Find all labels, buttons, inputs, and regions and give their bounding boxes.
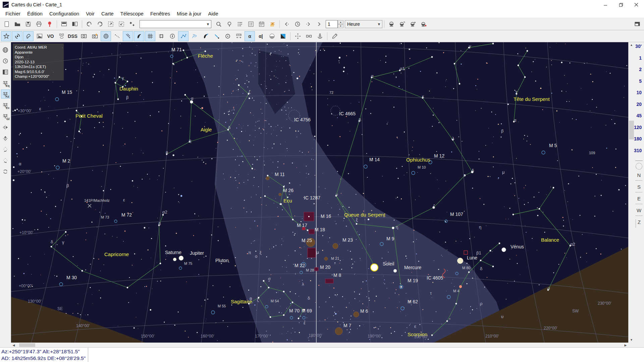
limit-magnitude-icon[interactable]: [127, 19, 137, 29]
direction-n[interactable]: N: [636, 172, 642, 181]
sidebar-coord-equatorial[interactable]: Eq: [1, 78, 10, 87]
mark-center-icon[interactable]: [101, 31, 111, 41]
constellation-lines-icon[interactable]: [178, 31, 189, 41]
menu-item-carte[interactable]: Carte: [98, 10, 117, 17]
show-labels-button[interactable]: α: [245, 31, 255, 41]
update-chart-icon[interactable]: [386, 19, 396, 29]
zoom-in-area-icon[interactable]: [116, 19, 126, 29]
menu-item-mise-jour[interactable]: Mise à jour: [173, 10, 205, 17]
fov-preset-1[interactable]: 1: [634, 55, 644, 67]
window-single-icon[interactable]: [59, 19, 69, 29]
object-search-combo[interactable]: ▼: [140, 20, 211, 28]
link-charts-icon[interactable]: [304, 31, 314, 41]
show-nebulae-icon[interactable]: [12, 31, 22, 41]
object-list-icon[interactable]: [235, 19, 245, 29]
show-meteors-icon[interactable]: [123, 31, 133, 41]
fov-preset-30-[interactable]: 30': [634, 44, 644, 55]
spin-up-icon[interactable]: ▲: [338, 20, 343, 24]
spin-down-icon[interactable]: ▼: [338, 24, 343, 28]
vertical-scrollbar[interactable]: ▲ ▼: [628, 42, 634, 343]
new-chart-icon[interactable]: [2, 19, 12, 29]
sidebar-rotate-right-icon[interactable]: [1, 145, 10, 154]
menu-item--dition[interactable]: Édition: [24, 10, 46, 17]
search-position-icon[interactable]: [224, 19, 234, 29]
menu-item-voir[interactable]: Voir: [83, 10, 98, 17]
scroll-down-icon[interactable]: ▼: [629, 337, 634, 343]
redo-icon[interactable]: [95, 19, 105, 29]
direction-e[interactable]: E: [636, 196, 642, 204]
dss-image-button[interactable]: DSS: [67, 31, 78, 41]
fov-preset-20[interactable]: 20: [634, 102, 644, 113]
calendar-icon[interactable]: [257, 19, 267, 29]
equatorial-grid-icon[interactable]: [145, 31, 155, 41]
altaz-grid-icon[interactable]: [156, 31, 166, 41]
menu-item-fen-tres[interactable]: Fenêtres: [147, 10, 173, 17]
time-next-icon[interactable]: [303, 19, 313, 29]
move-chart-icon[interactable]: [292, 31, 303, 41]
menu-item-t-lescope[interactable]: Télescope: [117, 10, 147, 17]
direction-z[interactable]: Z: [636, 219, 642, 228]
show-asteroids-icon[interactable]: [112, 31, 122, 41]
fov-preset-5[interactable]: 5: [634, 78, 644, 90]
save-chart-icon[interactable]: [23, 19, 33, 29]
twilight-icon[interactable]: [267, 19, 277, 29]
sidebar-flip-horizontal-icon[interactable]: [1, 123, 10, 132]
update-all-charts-icon[interactable]: [397, 19, 407, 29]
ccd-frame-live-icon[interactable]: [90, 31, 100, 41]
undo-icon[interactable]: [84, 19, 94, 29]
vertical-scroll-thumb[interactable]: [629, 121, 634, 139]
planet-venus[interactable]: [502, 248, 506, 252]
background-image-icon[interactable]: [34, 31, 45, 41]
sky-chart[interactable]: Coord. Alt/Az MERApparenteDijon2020-12-1…: [11, 42, 628, 343]
meteor-path-icon[interactable]: [211, 31, 222, 41]
sidebar-coord-ecliptic[interactable]: Ec: [1, 101, 10, 110]
sidebar-solar-system-info-icon[interactable]: [1, 45, 10, 54]
search-icon[interactable]: [214, 19, 224, 29]
open-chart-icon[interactable]: [12, 19, 22, 29]
sidebar-coord-galactic[interactable]: Gl: [1, 112, 10, 121]
planet-lune[interactable]: [457, 258, 463, 264]
stop-updates-icon[interactable]: [419, 19, 429, 29]
lock-chart-icon[interactable]: [315, 31, 325, 41]
vo-catalog-button[interactable]: VO: [45, 31, 56, 41]
time-unit-select[interactable]: Heure▼: [345, 20, 382, 28]
window-multi-icon[interactable]: [70, 19, 80, 29]
horizontal-scroll-thumb[interactable]: [19, 343, 35, 347]
planet-jupiter[interactable]: [179, 256, 183, 260]
compass-rose-icon[interactable]: [167, 31, 177, 41]
scroll-up-icon[interactable]: ▲: [629, 42, 634, 48]
time-previous-icon[interactable]: [282, 19, 292, 29]
menu-item-configuration[interactable]: Configuration: [46, 10, 83, 17]
sidebar-flip-vertical-icon[interactable]: [1, 134, 10, 143]
annotate-icon[interactable]: [329, 31, 340, 41]
show-outlines-icon[interactable]: [23, 31, 34, 41]
horizontal-scrollbar[interactable]: ◀ ▶: [11, 343, 628, 347]
edit-label-button[interactable]: α|: [256, 31, 266, 41]
menu-item-fichier[interactable]: Fichier: [2, 10, 24, 17]
direction-w[interactable]: W: [636, 207, 642, 216]
default-chart-icon[interactable]: [45, 19, 55, 29]
sidebar-rotate-reset-icon[interactable]: [1, 167, 10, 176]
planet-soleil[interactable]: [371, 264, 378, 271]
minimize-button[interactable]: [598, 0, 613, 9]
ccd-frame-icon[interactable]: [78, 31, 89, 41]
menu-item-aide[interactable]: Aide: [205, 10, 221, 17]
detail-list-icon[interactable]: [246, 19, 256, 29]
fov-preset-120[interactable]: 120: [634, 125, 644, 136]
planet-mercure[interactable]: [393, 269, 397, 273]
maximize-button[interactable]: [613, 0, 629, 9]
scroll-right-icon[interactable]: ▶: [623, 343, 628, 347]
fov-preset-10[interactable]: 10: [634, 90, 644, 102]
constellation-figures-icon[interactable]: [189, 31, 200, 41]
time-step-icon[interactable]: [314, 19, 324, 29]
opaque-horizon-icon[interactable]: [267, 31, 277, 41]
show-stars-icon[interactable]: [1, 31, 11, 41]
time-step-input[interactable]: [326, 20, 338, 28]
circle-mark-icon[interactable]: [222, 31, 233, 41]
zoom-out-area-icon[interactable]: [106, 19, 116, 29]
fov-preset-2[interactable]: 2: [634, 67, 644, 78]
add-observatory-icon[interactable]: [408, 19, 418, 29]
distance-measure-icon[interactable]: [233, 31, 244, 41]
comet-path-icon[interactable]: [200, 31, 211, 41]
chevron-down-icon[interactable]: ▼: [205, 22, 211, 26]
